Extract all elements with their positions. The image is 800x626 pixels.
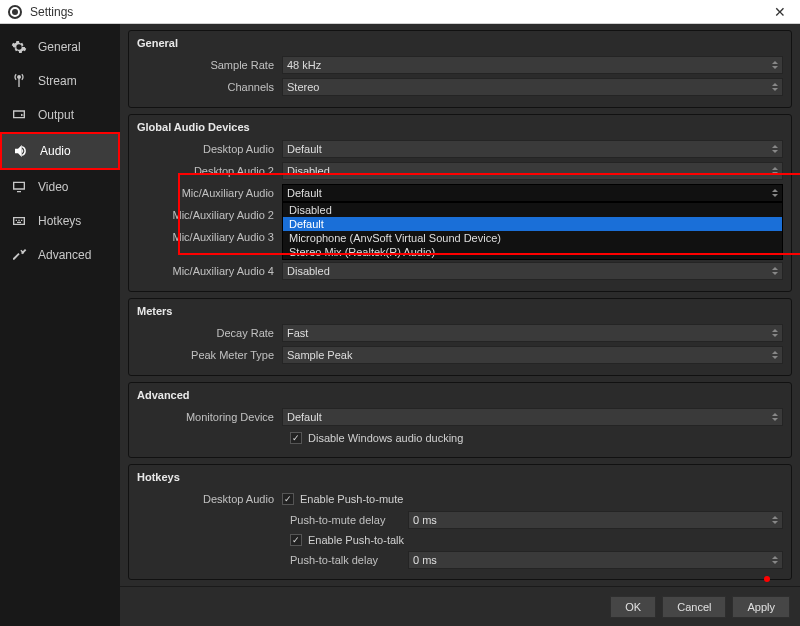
window-title: Settings [30, 5, 73, 19]
app-icon [8, 5, 22, 19]
decay-rate-combo[interactable]: Fast [282, 324, 783, 342]
speaker-icon [12, 142, 30, 160]
channels-label: Channels [137, 81, 282, 93]
output-icon [10, 106, 28, 124]
spinner-icon [768, 141, 782, 157]
sidebar-item-label: Advanced [38, 248, 91, 262]
section-title: Meters [137, 305, 783, 317]
section-meters: Meters Decay Rate Fast Peak Meter Type S… [128, 298, 792, 376]
sidebar-item-label: Output [38, 108, 74, 122]
spinner-icon [768, 325, 782, 341]
close-icon[interactable]: ✕ [768, 2, 792, 22]
channels-combo[interactable]: Stereo [282, 78, 783, 96]
enable-ptt-checkbox[interactable]: ✓ [290, 534, 302, 546]
red-dot-indicator [764, 576, 770, 582]
enable-ptt-label: Enable Push-to-talk [308, 534, 404, 546]
sidebar-item-hotkeys[interactable]: Hotkeys [0, 204, 120, 238]
sidebar-item-stream[interactable]: Stream [0, 64, 120, 98]
monitoring-device-label: Monitoring Device [137, 411, 282, 423]
sidebar-item-label: Stream [38, 74, 77, 88]
mic-aux4-combo[interactable]: Disabled [282, 262, 783, 280]
mic-aux-dropdown: Disabled Default Microphone (AnvSoft Vir… [282, 202, 783, 260]
spinner-icon [768, 79, 782, 95]
dropdown-option[interactable]: Disabled [283, 203, 782, 217]
mic-aux-row: Mic/Auxiliary Audio Default Disabled Def… [137, 183, 783, 203]
mic-aux2-label: Mic/Auxiliary Audio 2 [137, 209, 282, 221]
section-hotkeys: Hotkeys Desktop Audio ✓ Enable Push-to-m… [128, 464, 792, 580]
keyboard-icon [10, 212, 28, 230]
sidebar-item-audio[interactable]: Audio [0, 132, 120, 170]
desktop-audio-combo[interactable]: Default [282, 140, 783, 158]
desktop-audio-label: Desktop Audio [137, 143, 282, 155]
apply-button[interactable]: Apply [732, 596, 790, 618]
section-title: Advanced [137, 389, 783, 401]
peak-meter-combo[interactable]: Sample Peak [282, 346, 783, 364]
sidebar-item-label: General [38, 40, 81, 54]
spinner-icon [768, 347, 782, 363]
section-advanced: Advanced Monitoring Device Default ✓ Dis… [128, 382, 792, 458]
sample-rate-label: Sample Rate [137, 59, 282, 71]
disable-ducking-label: Disable Windows audio ducking [308, 432, 463, 444]
peak-meter-label: Peak Meter Type [137, 349, 282, 361]
mic-aux-label: Mic/Auxiliary Audio [137, 187, 282, 199]
titlebar: Settings ✕ [0, 0, 800, 24]
section-title: Global Audio Devices [137, 121, 783, 133]
spinner-icon [768, 512, 782, 528]
mic-aux3-label: Mic/Auxiliary Audio 3 [137, 231, 282, 243]
settings-window: Settings ✕ General Stream Output Audio [0, 0, 800, 626]
desktop-audio2-label: Desktop Audio 2 [137, 165, 282, 177]
sidebar: General Stream Output Audio Video Hotkey… [0, 24, 120, 626]
ok-button[interactable]: OK [610, 596, 656, 618]
mic-aux4-label: Mic/Auxiliary Audio 4 [137, 265, 282, 277]
sidebar-item-advanced[interactable]: Advanced [0, 238, 120, 272]
sample-rate-combo[interactable]: 48 kHz [282, 56, 783, 74]
monitoring-device-combo[interactable]: Default [282, 408, 783, 426]
sidebar-item-label: Video [38, 180, 68, 194]
section-title: General [137, 37, 783, 49]
dropdown-option[interactable]: Default [283, 217, 782, 231]
spinner-icon [768, 263, 782, 279]
sidebar-item-general[interactable]: General [0, 30, 120, 64]
dropdown-option[interactable]: Stereo Mix (Realtek(R) Audio) [283, 245, 782, 259]
monitor-icon [10, 178, 28, 196]
tools-icon [10, 246, 28, 264]
footer: OK Cancel Apply [120, 586, 800, 626]
spinner-icon [768, 552, 782, 568]
ptt-delay-label: Push-to-talk delay [290, 554, 400, 566]
gear-icon [10, 38, 28, 56]
desktop-audio2-combo[interactable]: Disabled [282, 162, 783, 180]
enable-ptm-label: Enable Push-to-mute [300, 493, 403, 505]
ptm-delay-field[interactable]: 0 ms [408, 511, 783, 529]
content-area: General Sample Rate 48 kHz Channels Ster… [120, 24, 800, 586]
sidebar-item-label: Hotkeys [38, 214, 81, 228]
hotkeys-desktop-audio-label: Desktop Audio [137, 493, 282, 505]
sidebar-item-output[interactable]: Output [0, 98, 120, 132]
cancel-button[interactable]: Cancel [662, 596, 726, 618]
antenna-icon [10, 72, 28, 90]
dropdown-option[interactable]: Microphone (AnvSoft Virtual Sound Device… [283, 231, 782, 245]
mic-aux-combo[interactable]: Default [282, 184, 783, 202]
disable-ducking-checkbox[interactable]: ✓ [290, 432, 302, 444]
decay-rate-label: Decay Rate [137, 327, 282, 339]
sidebar-item-label: Audio [40, 144, 71, 158]
ptt-delay-field[interactable]: 0 ms [408, 551, 783, 569]
spinner-icon [768, 185, 782, 201]
section-global-audio: Global Audio Devices Desktop Audio Defau… [128, 114, 792, 292]
enable-ptm-checkbox[interactable]: ✓ [282, 493, 294, 505]
ptm-delay-label: Push-to-mute delay [290, 514, 400, 526]
sidebar-item-video[interactable]: Video [0, 170, 120, 204]
spinner-icon [768, 409, 782, 425]
spinner-icon [768, 163, 782, 179]
section-title: Hotkeys [137, 471, 783, 483]
spinner-icon [768, 57, 782, 73]
section-general: General Sample Rate 48 kHz Channels Ster… [128, 30, 792, 108]
